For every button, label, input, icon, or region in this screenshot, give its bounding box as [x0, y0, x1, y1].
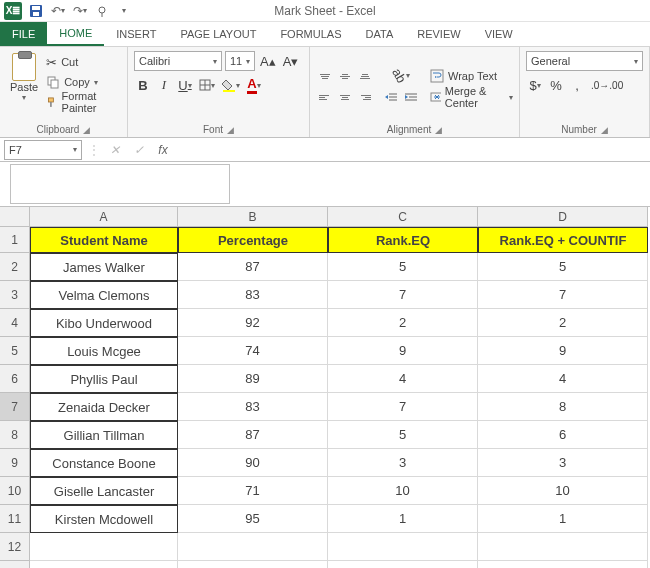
header-percentage[interactable]: Percentage	[178, 227, 328, 253]
font-dialog-launcher[interactable]: ◢	[227, 125, 234, 135]
number-dialog-launcher[interactable]: ◢	[601, 125, 608, 135]
cell-name[interactable]: Kibo Underwood	[30, 309, 178, 337]
row-header-2[interactable]: 2	[0, 253, 30, 281]
spreadsheet-grid[interactable]: A B C D 1 Student Name Percentage Rank.E…	[0, 207, 650, 568]
name-box[interactable]: F7▾	[4, 140, 82, 160]
bold-button[interactable]: B	[134, 75, 152, 95]
cell-rank-countif[interactable]: 8	[478, 393, 648, 421]
italic-button[interactable]: I	[155, 75, 173, 95]
cell-rank-countif[interactable]: 10	[478, 477, 648, 505]
cell-rank-eq[interactable]: 3	[328, 449, 478, 477]
cell-percentage[interactable]: 95	[178, 505, 328, 533]
cell-rank-eq[interactable]: 10	[328, 477, 478, 505]
increase-font-button[interactable]: A▴	[258, 51, 278, 71]
tab-review[interactable]: REVIEW	[405, 22, 472, 46]
cell-rank-countif[interactable]: 4	[478, 365, 648, 393]
font-color-button[interactable]: A▾	[245, 75, 263, 95]
cell-name[interactable]: Phyllis Paul	[30, 365, 178, 393]
tab-page-layout[interactable]: PAGE LAYOUT	[168, 22, 268, 46]
align-left-button[interactable]	[316, 88, 334, 106]
percent-button[interactable]: %	[547, 75, 565, 95]
row-header-9[interactable]: 9	[0, 449, 30, 477]
cell-rank-countif[interactable]: 7	[478, 281, 648, 309]
fill-color-button[interactable]: ▾	[220, 75, 242, 95]
cell[interactable]	[478, 561, 648, 568]
cell-percentage[interactable]: 74	[178, 337, 328, 365]
decrease-font-button[interactable]: A▾	[281, 51, 301, 71]
paste-button[interactable]: Paste ▾	[6, 51, 42, 104]
increase-decimal-button[interactable]: .0→.00	[589, 75, 625, 95]
currency-button[interactable]: $▾	[526, 75, 544, 95]
enter-formula-button[interactable]: ✓	[130, 141, 148, 159]
align-middle-button[interactable]	[336, 67, 354, 85]
cell-percentage[interactable]: 87	[178, 253, 328, 281]
cell-rank-eq[interactable]: 4	[328, 365, 478, 393]
cell-percentage[interactable]: 90	[178, 449, 328, 477]
cell-rank-eq[interactable]: 5	[328, 421, 478, 449]
cell[interactable]	[178, 561, 328, 568]
increase-indent-button[interactable]	[402, 88, 420, 108]
header-rank-eq[interactable]: Rank.EQ	[328, 227, 478, 253]
tab-home[interactable]: HOME	[47, 22, 104, 46]
tab-view[interactable]: VIEW	[473, 22, 525, 46]
header-student-name[interactable]: Student Name	[30, 227, 178, 253]
align-center-button[interactable]	[336, 88, 354, 106]
row-header-13[interactable]: 13	[0, 561, 30, 568]
cell-name[interactable]: Louis Mcgee	[30, 337, 178, 365]
cell[interactable]	[478, 533, 648, 561]
col-header-D[interactable]: D	[478, 207, 648, 227]
row-header-10[interactable]: 10	[0, 477, 30, 505]
cell-rank-eq[interactable]: 9	[328, 337, 478, 365]
orientation-button[interactable]: ab▾	[382, 65, 420, 85]
wrap-text-button[interactable]: Wrap Text	[430, 67, 513, 85]
decrease-indent-button[interactable]	[382, 88, 400, 108]
tab-file[interactable]: FILE	[0, 22, 47, 46]
cell[interactable]	[30, 533, 178, 561]
number-format-select[interactable]: General▾	[526, 51, 643, 71]
redo-button[interactable]: ↷▾	[72, 3, 88, 19]
cell-rank-countif[interactable]: 6	[478, 421, 648, 449]
row-header-8[interactable]: 8	[0, 421, 30, 449]
borders-button[interactable]: ▾	[197, 75, 217, 95]
cell[interactable]	[328, 561, 478, 568]
cell[interactable]	[328, 533, 478, 561]
cell[interactable]	[30, 561, 178, 568]
merge-center-button[interactable]: Merge & Center▾	[430, 88, 513, 106]
row-header-7[interactable]: 7	[0, 393, 30, 421]
align-bottom-button[interactable]	[356, 67, 374, 85]
comma-button[interactable]: ,	[568, 75, 586, 95]
cell-rank-eq[interactable]: 5	[328, 253, 478, 281]
alignment-dialog-launcher[interactable]: ◢	[435, 125, 442, 135]
copy-button[interactable]: Copy▾	[46, 73, 121, 91]
cell-rank-countif[interactable]: 9	[478, 337, 648, 365]
cancel-formula-button[interactable]: ✕	[106, 141, 124, 159]
formula-input[interactable]	[10, 164, 230, 204]
format-painter-button[interactable]: Format Painter	[46, 93, 121, 111]
font-name-select[interactable]: Calibri▾	[134, 51, 222, 71]
tab-insert[interactable]: INSERT	[104, 22, 168, 46]
cell-percentage[interactable]: 92	[178, 309, 328, 337]
cell-rank-countif[interactable]: 5	[478, 253, 648, 281]
cut-button[interactable]: ✂Cut	[46, 53, 121, 71]
cell-name[interactable]: Gillian Tillman	[30, 421, 178, 449]
touch-mode-button[interactable]	[94, 3, 110, 19]
align-right-button[interactable]	[356, 88, 374, 106]
row-header-12[interactable]: 12	[0, 533, 30, 561]
cell-percentage[interactable]: 83	[178, 281, 328, 309]
cell-name[interactable]: Constance Boone	[30, 449, 178, 477]
row-header-3[interactable]: 3	[0, 281, 30, 309]
underline-button[interactable]: U▾	[176, 75, 194, 95]
tab-data[interactable]: DATA	[354, 22, 406, 46]
cell-name[interactable]: Giselle Lancaster	[30, 477, 178, 505]
row-header-5[interactable]: 5	[0, 337, 30, 365]
cell-rank-countif[interactable]: 2	[478, 309, 648, 337]
save-button[interactable]	[28, 3, 44, 19]
cell-percentage[interactable]: 83	[178, 393, 328, 421]
row-header-6[interactable]: 6	[0, 365, 30, 393]
undo-button[interactable]: ↶▾	[50, 3, 66, 19]
cell[interactable]	[178, 533, 328, 561]
cell-percentage[interactable]: 71	[178, 477, 328, 505]
row-header-1[interactable]: 1	[0, 227, 30, 253]
cell-name[interactable]: Velma Clemons	[30, 281, 178, 309]
cell-rank-countif[interactable]: 1	[478, 505, 648, 533]
